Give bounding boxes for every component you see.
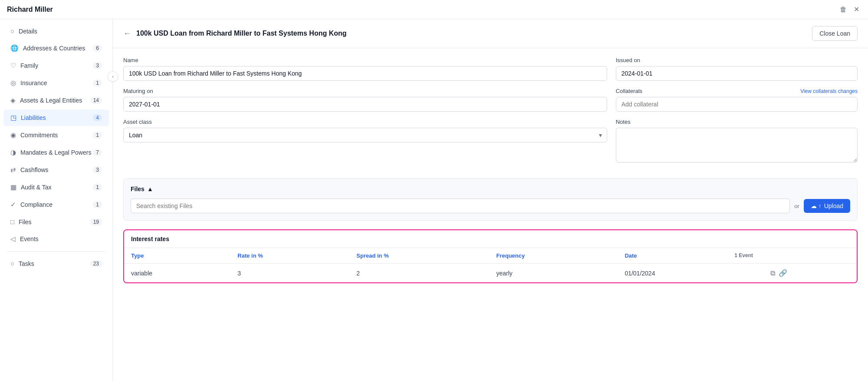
files-icon: □ <box>10 218 14 225</box>
upload-icon: ☁ ↑ <box>811 202 822 209</box>
files-search-input[interactable] <box>131 199 790 213</box>
interest-rates-table: Type Rate in % Spread in % Frequency Dat… <box>124 248 857 282</box>
cashflows-icon: ⇄ <box>10 166 16 174</box>
sidebar-item-family[interactable]: ♡ Family 3 <box>3 57 109 74</box>
asset-class-select[interactable]: Loan Bond Credit Line Mortgage <box>123 128 607 142</box>
content-panel: ← 100k USD Loan from Richard Miller to F… <box>113 19 868 381</box>
assets-badge: 14 <box>90 97 102 104</box>
sidebar-label-family: Family <box>20 62 38 69</box>
notes-textarea[interactable] <box>616 128 858 162</box>
sidebar-label-mandates: Mandates & Legal Powers <box>20 149 91 156</box>
name-group: Name <box>123 57 607 81</box>
form-body: Name Issued on Maturing on <box>113 48 868 178</box>
insurance-badge: 1 <box>93 80 102 86</box>
audit-badge: 1 <box>93 184 102 191</box>
events-icon: ◁ <box>10 235 16 243</box>
files-chevron[interactable]: ▲ <box>147 186 153 192</box>
addresses-icon: 🌐 <box>10 44 19 52</box>
close-app-button[interactable]: ✕ <box>852 3 861 15</box>
sidebar-item-cashflows[interactable]: ⇄ Cashflows 3 <box>3 162 109 178</box>
rate-frequency: yearly <box>489 264 618 283</box>
sidebar-item-events[interactable]: ◁ Events <box>3 231 109 247</box>
col-spread: Spread in % <box>349 248 489 264</box>
copy-row-button[interactable]: ⧉ <box>770 269 775 277</box>
sidebar-label-liabilities: Liabilities <box>21 114 46 121</box>
rate-spread: 2 <box>349 264 489 283</box>
maturing-on-label: Maturing on <box>123 88 607 94</box>
commitments-icon: ◉ <box>10 131 16 139</box>
sidebar-item-assets[interactable]: ◈ Assets & Legal Entities 14 <box>3 92 109 109</box>
content-area: ← 100k USD Loan from Richard Miller to F… <box>113 19 868 381</box>
collaterals-input[interactable] <box>616 97 858 112</box>
asset-class-wrapper: Loan Bond Credit Line Mortgage <box>123 128 607 142</box>
sidebar-collapse-button[interactable]: ‹ <box>108 71 118 82</box>
col-frequency: Frequency <box>489 248 618 264</box>
mandates-badge: 7 <box>93 149 102 156</box>
col-date: Date 1 Event <box>618 248 763 264</box>
or-text: or <box>794 203 799 209</box>
sidebar-item-details[interactable]: ○ Details <box>3 23 109 39</box>
panel-title: 100k USD Loan from Richard Miller to Fas… <box>136 30 347 37</box>
files-header: Files ▲ <box>131 186 850 192</box>
sidebar-item-liabilities[interactable]: ◳ Liabilities 4 <box>3 109 109 126</box>
cashflows-badge: 3 <box>93 166 102 173</box>
sidebar-label-compliance: Compliance <box>20 201 53 208</box>
sidebar-label-tasks: Tasks <box>19 260 34 267</box>
sidebar-label-commitments: Commitments <box>20 132 58 139</box>
tasks-icon: ○ <box>10 260 14 267</box>
asset-class-label: Asset class <box>123 119 607 125</box>
name-label: Name <box>123 57 607 63</box>
col-rate: Rate in % <box>230 248 349 264</box>
upload-button[interactable]: ☁ ↑ Upload <box>804 199 850 213</box>
sidebar-divider <box>7 251 105 252</box>
sidebar-item-compliance[interactable]: ✓ Compliance 1 <box>3 196 109 213</box>
rate-actions: ⧉ 🔗 <box>763 264 857 283</box>
interest-rate-row: variable 3 2 yearly 01/01/2024 ⧉ 🔗 <box>124 264 857 283</box>
collaterals-group: Collaterals View collaterals changes <box>616 88 858 112</box>
view-collaterals-link[interactable]: View collaterals changes <box>800 88 858 94</box>
asset-class-group: Asset class Loan Bond Credit Line Mortga… <box>123 119 607 162</box>
sidebar-item-mandates[interactable]: ◑ Mandates & Legal Powers 7 <box>3 144 109 161</box>
collaterals-label: Collaterals <box>616 88 642 94</box>
tasks-badge: 23 <box>90 260 102 267</box>
upload-label: Upload <box>824 202 843 209</box>
sidebar-item-addresses[interactable]: 🌐 Addresses & Countries 6 <box>3 40 109 56</box>
sidebar-item-tasks[interactable]: ○ Tasks 23 <box>3 255 109 272</box>
files-title: Files <box>131 186 145 192</box>
sidebar-item-commitments[interactable]: ◉ Commitments 1 <box>3 127 109 143</box>
name-input[interactable] <box>123 66 607 81</box>
maturing-on-group: Maturing on <box>123 88 607 112</box>
issued-on-input[interactable] <box>616 66 858 81</box>
issued-on-group: Issued on <box>616 57 858 81</box>
form-row-1: Name Issued on <box>123 57 858 81</box>
rate-date: 01/01/2024 <box>618 264 763 283</box>
event-badge: 1 Event <box>734 252 753 258</box>
sidebar: ○ Details 🌐 Addresses & Countries 6 ♡ Fa… <box>0 19 113 381</box>
interest-rates-title: Interest rates <box>131 235 169 242</box>
audit-icon: ▦ <box>10 183 16 191</box>
interest-rates-section: Interest rates Type Rate in % Spread in … <box>123 229 858 283</box>
app-title: Richard Miller <box>7 6 53 13</box>
liabilities-badge: 4 <box>93 114 102 121</box>
delete-button[interactable]: 🗑 <box>838 3 848 15</box>
close-loan-button[interactable]: Close Loan <box>812 26 858 41</box>
issued-on-label: Issued on <box>616 57 858 63</box>
sidebar-label-assets: Assets & Legal Entities <box>20 97 82 104</box>
mandates-icon: ◑ <box>10 149 16 156</box>
attach-row-button[interactable]: 🔗 <box>779 269 787 277</box>
panel-header: ← 100k USD Loan from Richard Miller to F… <box>113 19 868 48</box>
sidebar-label-cashflows: Cashflows <box>20 166 49 173</box>
files-search-row: or ☁ ↑ Upload <box>131 199 850 213</box>
rate-type: variable <box>124 264 230 283</box>
sidebar-item-files[interactable]: □ Files 19 <box>3 214 109 230</box>
sidebar-item-audit[interactable]: ▦ Audit & Tax 1 <box>3 179 109 195</box>
notes-group: Notes <box>616 119 858 162</box>
maturing-on-input[interactable] <box>123 97 607 112</box>
sidebar-item-insurance[interactable]: ◎ Insurance 1 <box>3 75 109 91</box>
notes-label: Notes <box>616 119 858 125</box>
sidebar-label-insurance: Insurance <box>20 80 47 86</box>
insurance-icon: ◎ <box>10 79 16 87</box>
back-button[interactable]: ← <box>123 29 131 38</box>
sidebar-label-events: Events <box>20 235 39 242</box>
compliance-icon: ✓ <box>10 201 16 209</box>
